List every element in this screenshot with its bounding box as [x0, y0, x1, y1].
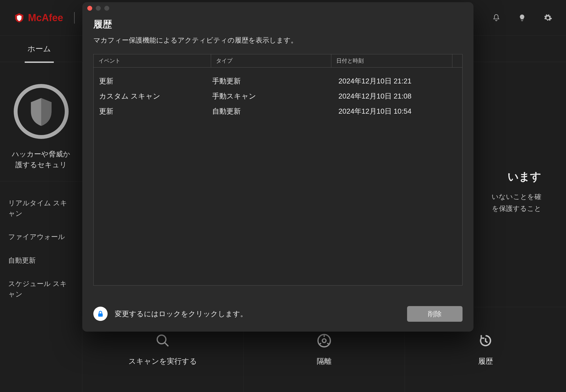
sidebar-items: リアルタイム スキャン ファイアウォール 自動更新 スケジュール スキャン: [0, 181, 82, 316]
window-minimize-button[interactable]: [96, 6, 101, 11]
brand-shield-icon: [14, 12, 25, 23]
history-table-header: イベント タイプ 日付と時刻: [94, 54, 462, 68]
history-icon: [478, 333, 493, 348]
gear-icon[interactable]: [543, 13, 552, 22]
sidebar-item-label: ファイアウォール: [8, 233, 65, 240]
header-actions: [492, 13, 552, 22]
sidebar-item-firewall[interactable]: ファイアウォール: [0, 225, 82, 249]
status-shield: ハッカーや脅威か 護するセキュリ: [0, 84, 82, 181]
history-table: イベント タイプ 日付と時刻 更新 手動更新 2024年12月10日 21:21…: [93, 54, 463, 285]
biohazard-icon: [317, 333, 332, 348]
cell-date: 2024年12月10日 21:08: [331, 91, 462, 101]
lock-icon: [97, 310, 104, 318]
column-event[interactable]: イベント: [94, 54, 211, 67]
cell-date: 2024年12月10日 10:54: [331, 107, 462, 116]
table-row[interactable]: カスタム スキャン 手動スキャン 2024年12月10日 21:08: [94, 89, 462, 104]
cell-date: 2024年12月10日 21:21: [331, 76, 462, 86]
svg-point-0: [157, 335, 166, 344]
shield-caption: ハッカーや脅威か 護するセキュリ: [9, 149, 73, 170]
dialog-header: 履歴 マカフィー保護機能によるアクティビティの履歴を表示します。: [82, 14, 473, 54]
delete-button-label: 削除: [428, 310, 442, 318]
shield-icon: [29, 96, 54, 127]
action-label: 履歴: [478, 356, 493, 366]
search-icon: [155, 333, 170, 348]
shield-line1: ハッカーや脅威か: [12, 150, 70, 158]
cell-type: 手動スキャン: [211, 91, 331, 101]
sidebar-item-auto-update[interactable]: 自動更新: [0, 249, 82, 272]
action-label: スキャンを実行する: [128, 356, 197, 366]
shield-circle: [14, 84, 69, 139]
sidebar-item-label: 自動更新: [8, 256, 36, 264]
action-label: 隔離: [317, 356, 332, 366]
dialog-title: 履歴: [93, 18, 463, 31]
delete-button[interactable]: 削除: [407, 306, 463, 322]
sidebar: ハッカーや脅威か 護するセキュリ リアルタイム スキャン ファイアウォール 自動…: [0, 62, 82, 392]
history-dialog: 履歴 マカフィー保護機能によるアクティビティの履歴を表示します。 イベント タイ…: [82, 2, 473, 332]
table-row[interactable]: 更新 手動更新 2024年12月10日 21:21: [94, 74, 462, 89]
cell-event: 更新: [94, 76, 211, 86]
svg-point-3: [322, 339, 326, 343]
dialog-footer: 変更するにはロックをクリックします。 削除: [82, 296, 473, 332]
cell-type: 自動更新: [211, 107, 331, 116]
window-zoom-button[interactable]: [104, 6, 109, 11]
dialog-titlebar[interactable]: [82, 2, 473, 14]
dialog-subtitle: マカフィー保護機能によるアクティビティの履歴を表示します。: [93, 36, 463, 45]
lightbulb-icon[interactable]: [518, 13, 526, 22]
history-table-body[interactable]: 更新 手動更新 2024年12月10日 21:21 カスタム スキャン 手動スキ…: [94, 68, 462, 285]
sidebar-item-scheduled-scan[interactable]: スケジュール スキャン: [0, 272, 82, 306]
lock-button[interactable]: [93, 307, 108, 321]
column-type[interactable]: タイプ: [211, 54, 331, 67]
tab-home[interactable]: ホーム: [16, 35, 62, 62]
table-row[interactable]: 更新 自動更新 2024年12月10日 10:54: [94, 104, 462, 119]
bell-icon[interactable]: [492, 13, 501, 22]
brand-text: McAfee: [28, 12, 63, 24]
cell-event: 更新: [94, 107, 211, 116]
cell-event: カスタム スキャン: [94, 91, 211, 101]
tab-home-label: ホーム: [27, 44, 51, 53]
shield-line2: 護するセキュリ: [15, 161, 67, 169]
column-scrollbar-gutter: [452, 54, 462, 67]
window-close-button[interactable]: [87, 6, 92, 11]
lock-caption: 変更するにはロックをクリックします。: [115, 309, 247, 319]
svg-line-1: [165, 342, 169, 346]
svg-rect-4: [98, 313, 103, 317]
cell-type: 手動更新: [211, 76, 331, 86]
sidebar-item-label: リアルタイム スキャン: [8, 199, 67, 217]
column-date[interactable]: 日付と時刻: [331, 54, 452, 67]
sidebar-item-label: スケジュール スキャン: [8, 280, 67, 298]
brand-divider: [74, 12, 75, 24]
brand: McAfee: [14, 12, 75, 24]
sidebar-item-realtime-scan[interactable]: リアルタイム スキャン: [0, 191, 82, 225]
